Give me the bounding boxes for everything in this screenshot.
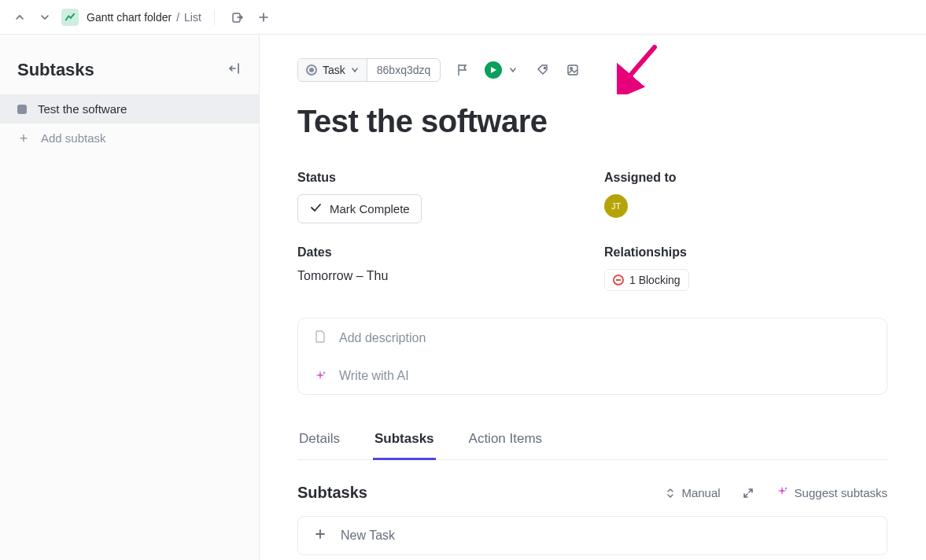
dates-label: Dates [297, 245, 573, 260]
suggest-subtasks-label: Suggest subtasks [795, 486, 887, 499]
task-detail: Task 86bxq3dzq [260, 35, 926, 560]
play-dropdown-icon[interactable] [505, 62, 521, 78]
suggest-subtasks-button[interactable]: Suggest subtasks [776, 485, 887, 500]
flag-icon[interactable] [455, 62, 470, 78]
sidebar-item-label: Test the software [38, 102, 127, 116]
status-dot-icon [17, 105, 27, 114]
svg-point-1 [544, 68, 546, 69]
write-with-ai-label: Write with AI [339, 369, 409, 383]
nav-prev-button[interactable] [11, 9, 28, 26]
image-icon[interactable] [565, 62, 581, 78]
tab-details[interactable]: Details [297, 431, 341, 460]
collapse-sidebar-button[interactable] [227, 61, 242, 79]
add-button[interactable] [254, 8, 273, 27]
assigned-field: Assigned to JT [604, 171, 880, 223]
open-external-button[interactable] [227, 8, 246, 27]
topbar: Gantt chart folder / List [0, 0, 926, 35]
blocking-chip[interactable]: 1 Blocking [604, 269, 689, 291]
sort-dropdown[interactable]: Manual [666, 486, 720, 499]
breadcrumb-folder[interactable]: Gantt chart folder [87, 11, 172, 24]
tag-icon[interactable] [535, 62, 551, 78]
status-field: Status Mark Complete [297, 171, 573, 223]
write-with-ai-row[interactable]: Write with AI [298, 358, 887, 394]
status-button-label: Mark Complete [330, 202, 410, 216]
new-task-label: New Task [341, 529, 395, 543]
new-task-row[interactable]: New Task [297, 516, 887, 555]
sidebar-item-task[interactable]: Test the software [0, 94, 259, 123]
task-type-label: Task [323, 64, 345, 76]
detail-tabs: Details Subtasks Action Items [297, 431, 887, 460]
mark-complete-button[interactable]: Mark Complete [297, 194, 422, 223]
sidebar-add-subtask[interactable]: + Add subtask [0, 123, 259, 153]
plus-icon [314, 528, 326, 543]
task-title[interactable]: Test the software [297, 104, 888, 139]
subtasks-heading: Subtasks [297, 484, 367, 502]
play-button[interactable] [485, 61, 502, 79]
add-description-row[interactable]: Add description [298, 319, 887, 358]
sidebar-title: Subtasks [17, 60, 94, 80]
task-controls-row: Task 86bxq3dzq [297, 58, 888, 82]
breadcrumb-view[interactable]: List [184, 11, 201, 24]
topbar-divider [214, 9, 215, 25]
document-icon [314, 330, 326, 347]
sort-label: Manual [681, 486, 720, 499]
subtasks-sidebar: Subtasks Test the software + Add subtask [0, 35, 260, 560]
sidebar-add-label: Add subtask [41, 131, 106, 145]
status-label: Status [297, 171, 573, 185]
plus-icon: + [17, 134, 30, 143]
breadcrumb[interactable]: Gantt chart folder / List [87, 11, 201, 24]
tab-subtasks[interactable]: Subtasks [373, 431, 436, 460]
task-type-dropdown[interactable]: Task [298, 59, 367, 81]
dates-field: Dates Tomorrow – Thu [297, 245, 573, 291]
check-icon [309, 201, 322, 216]
assignee-avatar[interactable]: JT [604, 194, 628, 218]
sort-icon [666, 487, 675, 499]
relationships-label: Relationships [604, 245, 880, 260]
task-id[interactable]: 86bxq3dzq [367, 59, 441, 81]
sparkle-icon [776, 485, 788, 500]
dates-value[interactable]: Tomorrow – Thu [297, 269, 573, 283]
breadcrumb-separator: / [176, 11, 179, 24]
svg-point-3 [570, 68, 573, 70]
chevron-down-icon [351, 64, 359, 76]
expand-icon [743, 488, 754, 499]
blocking-icon [613, 274, 624, 286]
assigned-label: Assigned to [604, 171, 880, 185]
folder-chart-icon [61, 9, 79, 26]
add-description-label: Add description [339, 331, 426, 345]
expand-button[interactable] [743, 488, 754, 499]
description-box: Add description Write with AI [297, 318, 887, 395]
nav-next-button[interactable] [36, 9, 53, 26]
relationships-field: Relationships 1 Blocking [604, 245, 880, 291]
blocking-label: 1 Blocking [629, 274, 681, 286]
tab-action-items[interactable]: Action Items [467, 431, 544, 460]
task-type-icon [306, 64, 317, 76]
task-type-id-pill: Task 86bxq3dzq [297, 58, 441, 82]
sparkle-icon [314, 370, 326, 382]
